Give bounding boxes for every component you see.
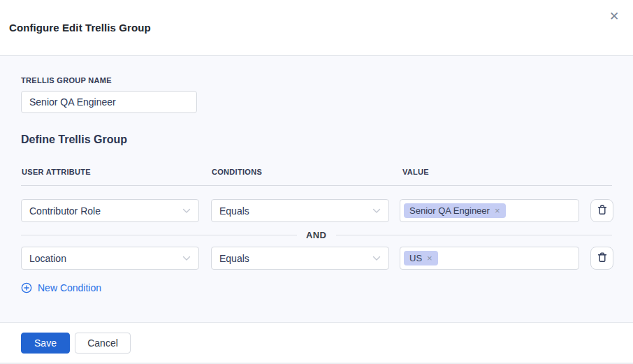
condition-select[interactable]: Equals — [211, 199, 389, 222]
value-tag: US × — [404, 251, 438, 265]
condition-value: Equals — [219, 253, 249, 264]
new-condition-button[interactable]: New Condition — [21, 282, 101, 293]
condition-value: Equals — [219, 205, 249, 217]
delete-condition-button[interactable] — [590, 199, 613, 222]
save-button[interactable]: Save — [21, 333, 70, 354]
value-tag-label: US — [409, 253, 422, 263]
condition-row: Contributor Role Equals Senior QA Engine… — [21, 199, 613, 222]
trash-icon — [597, 252, 608, 265]
modal-header: Configure Edit Trellis Group ✕ — [0, 0, 633, 56]
modal-body: TRELLIS GROUP NAME Define Trellis Group … — [0, 56, 633, 323]
value-tag-label: Senior QA Engineer — [409, 205, 490, 216]
divider — [336, 235, 612, 235]
value-input[interactable]: Senior QA Engineer × — [400, 199, 579, 222]
column-header-value: VALUE — [400, 168, 579, 176]
condition-select[interactable]: Equals — [211, 247, 389, 270]
column-header-conditions: CONDITIONS — [211, 168, 389, 176]
cancel-button[interactable]: Cancel — [75, 333, 131, 354]
trash-icon — [597, 204, 608, 218]
trellis-group-name-input[interactable] — [21, 91, 197, 113]
user-attribute-value: Location — [29, 253, 66, 264]
user-attribute-value: Contributor Role — [29, 205, 101, 217]
plus-circle-icon — [21, 282, 32, 293]
user-attribute-select[interactable]: Contributor Role — [21, 199, 199, 222]
user-attribute-select[interactable]: Location — [21, 247, 199, 270]
value-input[interactable]: US × — [400, 247, 579, 270]
page-title: Configure Edit Trellis Group — [9, 22, 151, 34]
column-header-user-attribute: USER ATTRIBUTE — [21, 168, 199, 176]
chevron-down-icon — [182, 256, 191, 261]
trellis-group-name-label: TRELLIS GROUP NAME — [21, 76, 613, 85]
configure-trellis-group-modal: Configure Edit Trellis Group ✕ TRELLIS G… — [0, 0, 633, 364]
and-separator: AND — [21, 229, 613, 240]
condition-row: Location Equals US × — [21, 247, 613, 270]
new-condition-label: New Condition — [38, 282, 101, 293]
and-label: AND — [297, 230, 336, 240]
chevron-down-icon — [182, 208, 191, 214]
define-trellis-group-heading: Define Trellis Group — [21, 133, 613, 146]
divider — [21, 185, 612, 186]
delete-condition-button[interactable] — [590, 247, 613, 270]
column-headers: USER ATTRIBUTE CONDITIONS VALUE — [21, 168, 613, 176]
remove-tag-icon[interactable]: × — [495, 206, 500, 215]
modal-footer: Save Cancel — [0, 323, 633, 363]
value-tag: Senior QA Engineer × — [404, 203, 506, 218]
divider — [21, 235, 297, 235]
close-icon[interactable]: ✕ — [606, 9, 622, 24]
remove-tag-icon[interactable]: × — [427, 254, 432, 263]
chevron-down-icon — [372, 256, 381, 261]
chevron-down-icon — [372, 208, 381, 214]
